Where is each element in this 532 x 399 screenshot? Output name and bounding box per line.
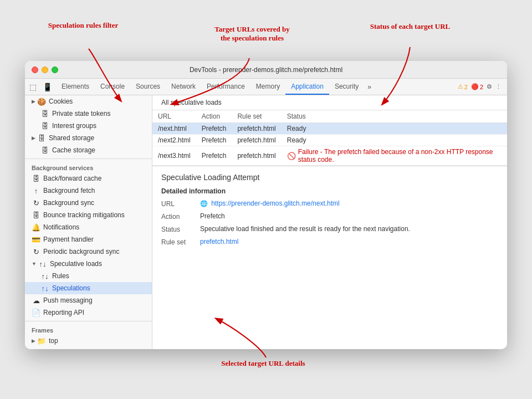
close-button[interactable] xyxy=(32,66,38,73)
cache-storage-icon: 🗄 xyxy=(40,146,49,155)
annotation-selected-details: Selected target URL details xyxy=(200,359,327,368)
speculative-loads-icon: ↑↓ xyxy=(38,260,47,268)
detail-value-action: Prefetch xyxy=(200,212,498,220)
sidebar-item-interest-groups[interactable]: 🗄 Interest groups xyxy=(25,120,152,132)
detail-label-action: Action xyxy=(161,212,200,221)
sidebar-item-back-forward-cache[interactable]: 🗄 Back/forward cache xyxy=(25,172,152,185)
sidebar-divider-2 xyxy=(25,321,152,321)
sidebar-item-speculations[interactable]: ↑↓ Speculations xyxy=(25,282,152,294)
sidebar-item-payment-handler[interactable]: 💳 Payment handler xyxy=(25,233,152,245)
toolbar-right: ⚠ 2 🔴 2 ⚙ ⋮ xyxy=(458,83,505,90)
detail-value-status: Speculative load finished and the result… xyxy=(200,225,498,233)
detail-row-status: Status Speculative load finished and the… xyxy=(161,225,498,233)
tab-performance[interactable]: Performance xyxy=(201,79,250,95)
interest-groups-icon: 🗄 xyxy=(40,122,49,130)
cell-action: Prefetch xyxy=(196,146,232,166)
sidebar-item-periodic-bg-sync[interactable]: ↻ Periodic background sync xyxy=(25,245,152,258)
tab-list: Elements Console Sources Network Perform… xyxy=(56,79,458,95)
table-row[interactable]: /next2.html Prefetch prefetch.html Ready xyxy=(152,135,507,146)
col-url: URL xyxy=(152,110,196,123)
back-forward-icon: 🗄 xyxy=(32,175,40,183)
annotation-target-urls: Target URLs covered bythe speculation ru… xyxy=(200,25,305,43)
col-action: Action xyxy=(196,110,232,123)
cell-ruleset: prefetch.html xyxy=(232,146,281,166)
cell-status: Ready xyxy=(282,135,507,146)
sidebar-item-background-fetch[interactable]: ↑ Background fetch xyxy=(25,185,152,197)
frames-label: Frames xyxy=(25,324,152,335)
sidebar-item-cookies[interactable]: ▶ 🍪 Cookies xyxy=(25,95,152,108)
cell-url: /next3.html xyxy=(152,146,196,166)
settings-icon[interactable]: ⚙ xyxy=(487,83,492,90)
browser-window: DevTools - prerender-demos.glitch.me/pre… xyxy=(25,61,507,349)
cell-ruleset: prefetch.html xyxy=(232,123,281,135)
cookies-icon: 🍪 xyxy=(37,98,46,106)
rules-icon: ↑↓ xyxy=(40,272,49,280)
sidebar-item-cache-storage[interactable]: 🗄 Cache storage xyxy=(25,144,152,156)
sidebar: ▶ 🍪 Cookies 🗄 Private state tokens 🗄 Int… xyxy=(25,95,152,349)
tab-security[interactable]: Security xyxy=(329,79,364,95)
detail-panel: Speculative Loading Attempt Detailed inf… xyxy=(152,166,507,349)
frame-top-icon: 📁 xyxy=(37,337,46,345)
sidebar-item-speculative-loads[interactable]: ▼ ↑↓ Speculative loads xyxy=(25,258,152,270)
url-table-header: URL Action Rule set Status xyxy=(152,110,507,123)
detail-value-ruleset: prefetch.html xyxy=(200,238,498,245)
detail-label-url: URL xyxy=(161,200,200,208)
cell-url: /next2.html xyxy=(152,135,196,146)
main-panel: All speculative loads URL Action Rule se… xyxy=(152,95,507,349)
payment-handler-icon: 💳 xyxy=(32,236,40,244)
sidebar-item-notifications[interactable]: 🔔 Notifications xyxy=(25,221,152,233)
maximize-button[interactable] xyxy=(52,66,58,73)
error-badge: 🔴 2 xyxy=(471,83,483,90)
devtools-toolbar: ⬚ 📱 Elements Console Sources Network Per… xyxy=(25,79,507,95)
col-ruleset: Rule set xyxy=(232,110,281,123)
sidebar-item-bounce-tracking[interactable]: 🗄 Bounce tracking mitigations xyxy=(25,209,152,221)
detail-row-action: Action Prefetch xyxy=(161,212,498,221)
tab-memory[interactable]: Memory xyxy=(250,79,285,95)
chevron-right-icon-2: ▶ xyxy=(32,135,35,141)
sidebar-item-frames-top[interactable]: ▶ 📁 top xyxy=(25,335,152,347)
sidebar-item-push-messaging[interactable]: ☁ Push messaging xyxy=(25,294,152,306)
table-row[interactable]: /next.html Prefetch prefetch.html Ready xyxy=(152,123,507,135)
detail-subtitle: Detailed information xyxy=(161,187,498,195)
detail-ruleset-link[interactable]: prefetch.html xyxy=(200,238,238,245)
chevron-right-icon-frames: ▶ xyxy=(32,338,35,344)
periodic-bg-sync-icon: ↻ xyxy=(32,248,40,256)
detail-url-link[interactable]: https://prerender-demos.glitch.me/next.h… xyxy=(211,200,339,207)
tab-application[interactable]: Application xyxy=(285,79,329,95)
background-sync-icon: ↻ xyxy=(32,199,40,207)
error-icon: 🚫 xyxy=(287,152,296,160)
tab-elements[interactable]: Elements xyxy=(56,79,95,95)
sidebar-item-background-sync[interactable]: ↻ Background sync xyxy=(25,197,152,209)
detail-label-ruleset: Rule set xyxy=(161,238,200,246)
tab-more-icon[interactable]: » xyxy=(364,83,375,91)
inspect-icon[interactable]: ⬚ xyxy=(27,81,38,93)
minimize-button[interactable] xyxy=(42,66,48,73)
tab-console[interactable]: Console xyxy=(95,79,130,95)
sidebar-item-reporting-api[interactable]: 📄 Reporting API xyxy=(25,306,152,319)
notifications-icon: 🔔 xyxy=(32,223,40,232)
detail-value-url: 🌐 https://prerender-demos.glitch.me/next… xyxy=(200,200,498,207)
col-status: Status xyxy=(282,110,507,123)
globe-icon: 🌐 xyxy=(200,200,208,207)
cell-ruleset: prefetch.html xyxy=(232,135,281,146)
speculation-filter-header: All speculative loads xyxy=(152,95,507,110)
reporting-api-icon: 📄 xyxy=(32,309,40,317)
traffic-lights xyxy=(32,66,58,73)
sidebar-item-shared-storage[interactable]: ▶ 🗄 Shared storage xyxy=(25,132,152,144)
sidebar-divider-1 xyxy=(25,158,152,159)
tab-sources[interactable]: Sources xyxy=(130,79,166,95)
table-row[interactable]: /next3.html Prefetch prefetch.html 🚫 Fai… xyxy=(152,146,507,166)
tab-network[interactable]: Network xyxy=(166,79,201,95)
background-services-label: Background services xyxy=(25,161,152,172)
chevron-right-icon: ▶ xyxy=(32,99,35,104)
push-messaging-icon: ☁ xyxy=(32,296,40,305)
device-icon[interactable]: 📱 xyxy=(42,81,53,93)
sidebar-item-rules[interactable]: ↑↓ Rules xyxy=(25,270,152,282)
url-table-section: URL Action Rule set Status /next.html Pr… xyxy=(152,110,507,166)
sidebar-item-private-state-tokens[interactable]: 🗄 Private state tokens xyxy=(25,108,152,120)
filter-label: All speculative loads xyxy=(161,99,222,106)
more-options-icon[interactable]: ⋮ xyxy=(495,83,502,90)
devtools-body: ▶ 🍪 Cookies 🗄 Private state tokens 🗄 Int… xyxy=(25,95,507,349)
window-title: DevTools - prerender-demos.glitch.me/pre… xyxy=(190,66,342,74)
chevron-down-icon: ▼ xyxy=(32,261,37,267)
